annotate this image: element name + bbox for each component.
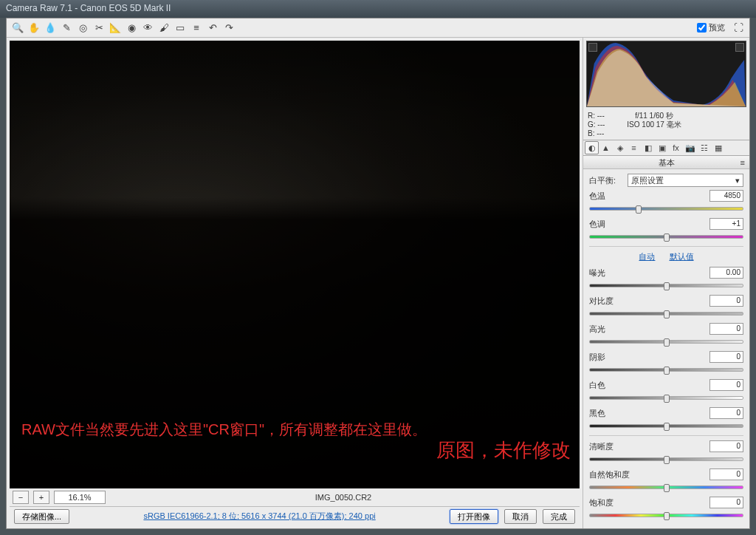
rotate-ccw-icon[interactable]: ↶ bbox=[205, 21, 220, 35]
zoom-in-button[interactable]: + bbox=[33, 491, 49, 504]
temp-label: 色温 bbox=[589, 191, 605, 202]
app-frame: 🔍 ✋ 💧 ✎ ◎ ✂ 📐 ◉ 👁 🖌 ▭ ≡ ↶ ↷ 预览 ⛶ RAW文件当然… bbox=[6, 18, 750, 529]
tab-lens-icon[interactable]: ▣ bbox=[655, 141, 669, 154]
vibrance-label: 自然饱和度 bbox=[589, 469, 630, 480]
slider-label: 阴影 bbox=[589, 352, 605, 363]
tab-fx-icon[interactable]: fx bbox=[669, 141, 683, 154]
filename-label: IMG_0050.CR2 bbox=[110, 493, 577, 502]
cancel-button[interactable]: 取消 bbox=[504, 509, 537, 524]
white-balance-icon[interactable]: 💧 bbox=[43, 21, 58, 35]
temp-value[interactable]: 4850 bbox=[709, 190, 743, 202]
toolbar: 🔍 ✋ 💧 ✎ ◎ ✂ 📐 ◉ 👁 🖌 ▭ ≡ ↶ ↷ 预览 ⛶ bbox=[7, 18, 749, 38]
clarity-value[interactable]: 0 bbox=[709, 440, 743, 452]
preview-checkbox[interactable]: 预览 bbox=[697, 22, 725, 33]
rotate-cw-icon[interactable]: ↷ bbox=[221, 21, 236, 35]
rgb-g: G: --- bbox=[588, 120, 605, 129]
slider-label: 对比度 bbox=[589, 296, 614, 307]
image-preview[interactable]: RAW文件当然要先进入这里"CR窗口"，所有调整都在这里做。 原图，未作修改 bbox=[10, 41, 580, 488]
saturation-value[interactable]: 0 bbox=[709, 497, 743, 508]
rgb-b: B: --- bbox=[588, 129, 605, 138]
spot-removal-icon[interactable]: ◉ bbox=[124, 21, 139, 35]
tab-split-icon[interactable]: ◧ bbox=[641, 141, 655, 154]
wb-label: 白平衡: bbox=[589, 175, 623, 186]
hand-tool-icon[interactable]: ✋ bbox=[27, 21, 41, 35]
color-profile-link[interactable]: sRGB IEC61966-2.1; 8 位; 5616 x 3744 (21.… bbox=[75, 511, 444, 522]
open-image-button[interactable]: 打开图像 bbox=[450, 509, 498, 524]
highlight-clip-icon[interactable] bbox=[735, 43, 744, 52]
exif-aperture: f/11 1/60 秒 bbox=[627, 112, 681, 120]
vibrance-value[interactable]: 0 bbox=[709, 468, 743, 480]
tab-curve-icon[interactable]: ▲ bbox=[599, 141, 613, 154]
shadow-clip-icon[interactable] bbox=[588, 43, 597, 52]
saturation-slider[interactable] bbox=[589, 510, 743, 520]
wb-dropdown[interactable]: 原照设置 bbox=[628, 174, 743, 187]
auto-link[interactable]: 自动 bbox=[639, 252, 655, 261]
zoom-bar: − + 16.1% IMG_0050.CR2 bbox=[10, 488, 580, 506]
slider-label: 曝光 bbox=[589, 268, 605, 279]
slider-label: 高光 bbox=[589, 324, 605, 335]
exif-iso: ISO 100 17 毫米 bbox=[627, 120, 681, 129]
annotation-text-1: RAW文件当然要先进入这里"CR窗口"，所有调整都在这里做。 bbox=[21, 420, 427, 440]
basic-slider[interactable] bbox=[589, 336, 743, 347]
footer-bar: 存储图像... sRGB IEC61966-2.1; 8 位; 5616 x 3… bbox=[10, 506, 580, 525]
basic-slider[interactable] bbox=[589, 420, 743, 431]
histogram[interactable] bbox=[586, 41, 746, 107]
histogram-svg bbox=[587, 41, 746, 106]
tint-slider[interactable] bbox=[589, 231, 743, 242]
tint-value[interactable]: +1 bbox=[709, 218, 743, 230]
color-sampler-icon[interactable]: ✎ bbox=[59, 21, 74, 35]
preview-check-input[interactable] bbox=[697, 23, 707, 33]
zoom-select[interactable]: 16.1% bbox=[54, 491, 106, 504]
clarity-slider[interactable] bbox=[589, 454, 743, 464]
saturation-label: 饱和度 bbox=[589, 497, 614, 508]
slider-value[interactable]: 0 bbox=[709, 295, 743, 307]
prefs-icon[interactable]: ≡ bbox=[189, 21, 204, 35]
slider-value[interactable]: 0.00 bbox=[709, 267, 743, 279]
tab-snapshot-icon[interactable]: ▦ bbox=[711, 141, 725, 154]
default-link[interactable]: 默认值 bbox=[670, 252, 694, 261]
slider-label: 白色 bbox=[589, 380, 605, 391]
done-button[interactable]: 完成 bbox=[543, 509, 575, 524]
basic-slider[interactable] bbox=[589, 308, 743, 318]
zoom-tool-icon[interactable]: 🔍 bbox=[10, 21, 25, 35]
window-titlebar: Camera Raw 7.1 - Canon EOS 5D Mark II bbox=[0, 0, 756, 18]
panel-title[interactable]: 基本 bbox=[583, 156, 749, 169]
clarity-label: 清晰度 bbox=[589, 441, 614, 452]
fullscreen-icon[interactable]: ⛶ bbox=[731, 21, 746, 35]
slider-value[interactable]: 0 bbox=[709, 379, 743, 391]
zoom-out-button[interactable]: − bbox=[13, 491, 29, 504]
graduated-filter-icon[interactable]: ▭ bbox=[173, 21, 188, 35]
adjustment-brush-icon[interactable]: 🖌 bbox=[157, 21, 171, 35]
basic-slider[interactable] bbox=[589, 364, 743, 375]
straighten-icon[interactable]: 📐 bbox=[108, 21, 123, 35]
save-image-button[interactable]: 存储图像... bbox=[14, 509, 69, 524]
temp-slider[interactable] bbox=[589, 203, 743, 214]
target-adjust-icon[interactable]: ◎ bbox=[75, 21, 90, 35]
redeye-icon[interactable]: 👁 bbox=[140, 21, 155, 35]
tab-hsl-icon[interactable]: ≡ bbox=[627, 141, 641, 154]
tint-label: 色调 bbox=[589, 219, 605, 230]
right-panel: R: --- G: --- B: --- f/11 1/60 秒 ISO 100… bbox=[583, 38, 749, 528]
crop-tool-icon[interactable]: ✂ bbox=[92, 21, 106, 35]
tab-presets-icon[interactable]: ☷ bbox=[697, 141, 711, 154]
tab-detail-icon[interactable]: ◈ bbox=[613, 141, 627, 154]
basic-slider[interactable] bbox=[589, 280, 743, 290]
tab-basic-icon[interactable]: ◐ bbox=[585, 141, 599, 154]
metadata-row: R: --- G: --- B: --- f/11 1/60 秒 ISO 100… bbox=[583, 110, 749, 140]
slider-value[interactable]: 0 bbox=[709, 407, 743, 419]
tab-camera-icon[interactable]: 📷 bbox=[683, 141, 697, 154]
slider-label: 黑色 bbox=[589, 408, 605, 419]
panel-tabs: ◐ ▲ ◈ ≡ ◧ ▣ fx 📷 ☷ ▦ bbox=[583, 140, 749, 156]
rgb-r: R: --- bbox=[588, 112, 605, 120]
vibrance-slider[interactable] bbox=[589, 482, 743, 492]
slider-value[interactable]: 0 bbox=[709, 351, 743, 363]
annotation-text-2: 原图，未作修改 bbox=[436, 437, 571, 463]
slider-value[interactable]: 0 bbox=[709, 323, 743, 335]
basic-slider[interactable] bbox=[589, 392, 743, 403]
